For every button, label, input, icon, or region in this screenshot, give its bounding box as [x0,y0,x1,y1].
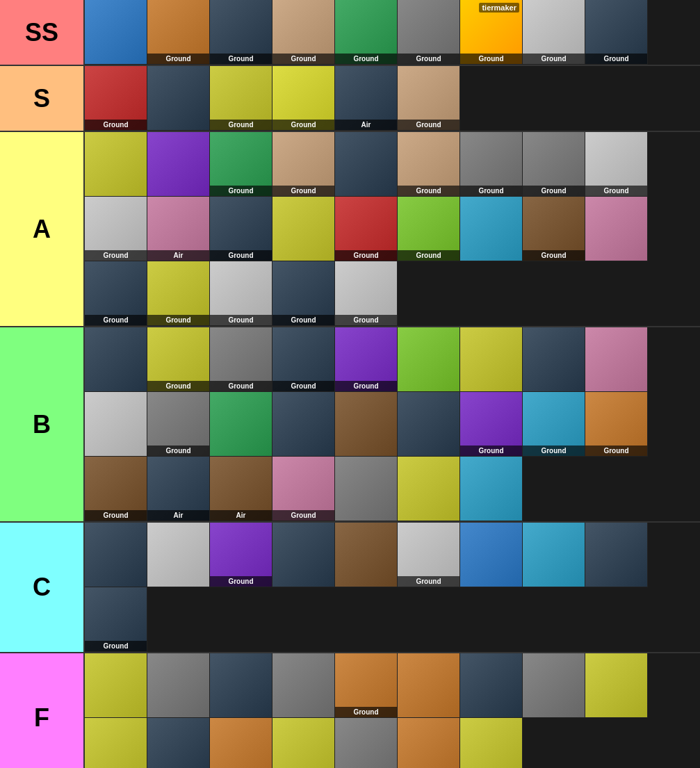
char-cell[interactable]: Ground [210,523,272,587]
char-cell[interactable]: Ground [85,197,147,261]
char-cell[interactable] [585,523,648,587]
char-cell[interactable]: Ground [210,132,272,197]
char-cell[interactable] [210,392,272,457]
char-cell[interactable]: Air [147,197,210,261]
char-label: Ground [523,250,585,261]
char-cell[interactable]: Ground [585,132,648,197]
char-label: Ground [272,315,334,325]
char-cell[interactable]: Ground [585,392,648,457]
char-cell[interactable]: Ground [210,66,272,131]
char-cell[interactable]: Ground [398,132,460,197]
char-cell[interactable]: Ground [210,197,272,261]
char-cell[interactable]: Ground [147,392,210,457]
char-cell[interactable]: Ground [335,261,398,326]
char-cell[interactable]: Ground [272,327,335,392]
char-cell[interactable] [147,718,210,768]
char-cell[interactable] [85,653,147,718]
char-cell[interactable] [85,0,147,65]
char-cell[interactable]: Ground [523,197,585,261]
char-cell[interactable]: Ground [398,523,460,587]
char-cell[interactable] [398,327,460,392]
char-cell[interactable] [585,327,648,392]
char-cell[interactable] [460,327,523,392]
char-cell[interactable]: Air [147,457,210,521]
char-label: Air [335,120,397,130]
char-cell[interactable]: Ground [523,0,585,65]
char-cell[interactable] [147,66,210,131]
char-cell[interactable]: Ground [147,0,210,65]
char-cell[interactable] [210,718,272,768]
char-cell[interactable] [272,392,335,457]
char-cell[interactable]: Ground [523,392,585,457]
char-cell[interactable]: Ground [335,653,398,718]
char-cell[interactable] [523,653,585,718]
char-cell[interactable]: Ground [460,132,523,197]
char-cell[interactable]: Ground [85,261,147,326]
char-cell[interactable]: Ground [335,197,398,261]
char-cell[interactable]: Air [460,718,523,768]
char-cell[interactable] [85,718,147,768]
char-cell[interactable] [85,327,147,392]
char-label: Ground [272,120,334,130]
char-cell[interactable]: Ground [85,66,147,131]
char-cell[interactable]: Ground [335,0,398,65]
char-cell[interactable] [85,392,147,457]
char-cell[interactable]: Ground [85,587,147,652]
char-cell[interactable] [398,718,460,768]
char-cell[interactable] [460,523,523,587]
char-cell[interactable]: Air [210,457,272,521]
char-cell[interactable] [335,718,398,768]
char-cell[interactable]: Ground [147,261,210,326]
char-cell[interactable]: Ground [85,457,147,521]
char-cell[interactable]: Ground [210,0,272,65]
char-cell[interactable] [523,523,585,587]
char-cell[interactable] [272,718,335,768]
char-cell[interactable]: Ground [272,0,335,65]
char-cell[interactable]: tiermaker Ground [460,0,523,65]
char-cell[interactable] [523,327,585,392]
char-cell[interactable]: Ground [147,327,210,392]
char-cell[interactable]: Ground [523,132,585,197]
char-cell[interactable]: Ground [272,66,335,131]
char-cell[interactable] [398,653,460,718]
char-cell[interactable] [335,523,398,587]
char-cell[interactable]: Ground [460,392,523,457]
char-cell[interactable] [85,132,147,197]
char-cell[interactable] [272,653,335,718]
char-label: Ground [272,186,334,196]
char-cell[interactable] [398,392,460,457]
char-cell[interactable] [460,457,523,521]
char-cell[interactable] [398,457,460,521]
char-label: Ground [335,54,397,64]
char-cell[interactable] [272,197,335,261]
char-cell[interactable]: Ground [272,132,335,197]
char-cell[interactable] [335,457,398,521]
char-cell[interactable]: Ground [398,66,460,131]
char-cell[interactable] [585,197,648,261]
char-cell[interactable]: Ground [398,0,460,65]
char-cell[interactable] [585,653,648,718]
char-label: Air [210,510,272,521]
char-cell[interactable] [147,132,210,197]
char-cell[interactable]: Ground [272,457,335,521]
char-cell[interactable]: Ground [585,0,648,65]
char-cell[interactable] [335,392,398,457]
char-label: Ground [585,446,647,456]
char-label: Ground [210,315,272,325]
char-cell[interactable] [335,132,398,197]
char-cell[interactable] [147,523,210,587]
char-cell[interactable] [460,653,523,718]
char-cell[interactable] [210,653,272,718]
char-cell[interactable]: Air [335,66,398,131]
char-cell[interactable]: Ground [210,327,272,392]
char-cell[interactable] [460,197,523,261]
char-cell[interactable]: Ground [210,261,272,326]
char-label: Ground [85,120,147,130]
char-cell[interactable]: Ground [398,197,460,261]
char-label: Ground [398,186,459,196]
char-cell[interactable] [85,523,147,587]
char-cell[interactable]: Ground [272,261,335,326]
char-cell[interactable] [147,653,210,718]
char-cell[interactable]: Ground [335,327,398,392]
char-cell[interactable] [272,523,335,587]
